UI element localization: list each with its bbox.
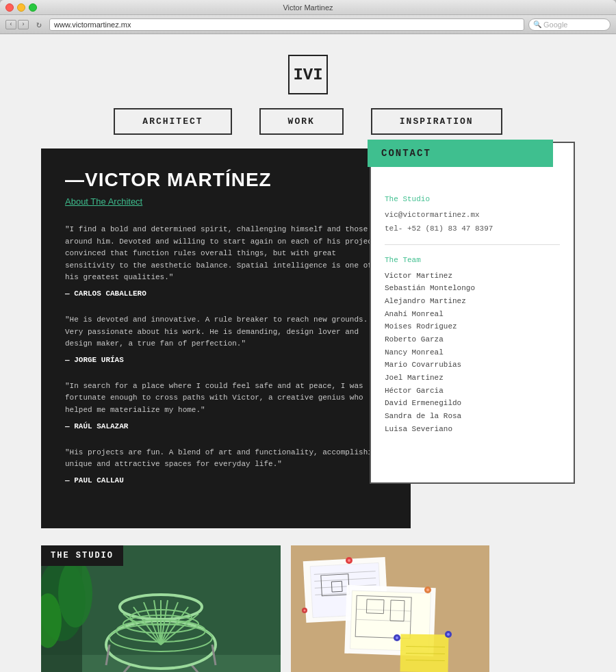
logo-area: IVI (288, 34, 328, 108)
browser-toolbar: ‹ › ↻ www.victormartinez.mx 🔍 Google (0, 15, 616, 34)
svg-point-53 (396, 636, 398, 639)
team-member-5: Roberto Garza (385, 333, 560, 346)
main-content-area: —VICTOR MARTÍNEZ About The Architect "I … (41, 148, 575, 672)
search-bar[interactable]: 🔍 Google (528, 18, 611, 31)
team-member-3: Anahí Monreal (385, 308, 560, 321)
svg-point-57 (304, 609, 306, 611)
window-title: Victor Martinez (283, 3, 333, 12)
quote-3-text: "In search for a place where I could fee… (65, 380, 387, 417)
team-member-4: Moises Rodriguez (385, 320, 560, 333)
svg-point-55 (447, 633, 450, 636)
svg-point-49 (348, 559, 350, 562)
main-navigation: ARCHITECT WORK INSPIRATION (41, 108, 575, 135)
contact-body: The Studio vic@victormartinez.mx tel- +5… (371, 143, 574, 450)
nav-arrows: ‹ › (5, 20, 29, 29)
minimize-button[interactable] (17, 3, 25, 12)
divider (385, 244, 560, 245)
nav-architect[interactable]: ARCHITECT (114, 108, 231, 135)
studio-image-1: THE STUDIO (41, 545, 281, 672)
contact-email[interactable]: vic@victormartinez.mx (385, 209, 560, 222)
quote-2-text: "He is devoted and innovative. A rule br… (65, 314, 387, 350)
about-link[interactable]: About The Architect (65, 196, 387, 207)
logo[interactable]: IVI (288, 55, 328, 94)
team-label: The Team (385, 256, 560, 264)
team-member-0: Victor Martinez (385, 270, 560, 283)
team-member-10: David Ermenegildo (385, 397, 560, 410)
quote-3: "In search for a place where I could fee… (65, 380, 387, 432)
team-member-11: Sandra de la Rosa (385, 410, 560, 423)
quote-3-attr: — RAÚL SALAZAR (65, 422, 128, 430)
team-member-6: Nancy Monreal (385, 346, 560, 359)
titlebar: Victor Martinez (0, 0, 616, 15)
browser-window: Victor Martinez ‹ › ↻ www.victormartinez… (0, 0, 616, 672)
quote-4-text: "His projects are fun. A blend of art an… (65, 447, 387, 471)
contact-phone: tel- +52 (81) 83 47 8397 (385, 222, 560, 236)
quote-4-attr: — PAUL CALLAU (65, 476, 124, 484)
studio-image-2 (291, 545, 489, 672)
traffic-lights (5, 3, 37, 12)
close-button[interactable] (5, 3, 14, 12)
forward-button[interactable]: › (18, 20, 29, 29)
maximize-button[interactable] (29, 3, 37, 12)
back-button[interactable]: ‹ (5, 20, 16, 29)
studio-label: The Studio (385, 195, 560, 203)
studio-section-label: THE STUDIO (41, 545, 123, 566)
bio-section: —VICTOR MARTÍNEZ About The Architect "I … (41, 148, 411, 528)
team-member-1: Sebastián Montelongo (385, 282, 560, 295)
quote-1-text: "I find a bold and determined spirit, ch… (65, 224, 387, 284)
team-list: Victor Martinez Sebastián Montelongo Ale… (385, 270, 560, 436)
blueprint-svg (291, 545, 489, 672)
svg-point-5 (58, 559, 92, 628)
quote-1: "I find a bold and determined spirit, ch… (65, 224, 387, 299)
nav-work[interactable]: WORK (259, 108, 344, 135)
nav-inspiration[interactable]: INSPIRATION (371, 108, 502, 135)
quote-2: "He is devoted and innovative. A rule br… (65, 314, 387, 365)
refresh-button[interactable]: ↻ (33, 18, 45, 31)
team-member-9: Héctor Garcia (385, 385, 560, 398)
team-member-7: Mario Covarrubias (385, 359, 560, 372)
architect-name: —VICTOR MARTÍNEZ (65, 169, 387, 191)
team-member-8: Joel Martinez (385, 372, 560, 385)
contact-header: CONTACT (368, 140, 553, 167)
contact-card: CONTACT The Studio vic@victormartinez.mx… (370, 142, 575, 484)
quote-1-attr: — CARLOS CABALLERO (65, 289, 146, 298)
address-bar[interactable]: www.victormartinez.mx (49, 18, 524, 31)
svg-point-51 (426, 589, 429, 591)
team-member-12: Luisa Severiano (385, 423, 560, 436)
page-content: IVI ARCHITECT WORK INSPIRATION —VICTOR M… (0, 34, 616, 672)
contact-title: CONTACT (381, 148, 431, 159)
quote-2-attr: — JORGE URÍAS (65, 356, 124, 364)
quote-4: "His projects are fun. A blend of art an… (65, 447, 387, 486)
studio-section: THE STUDIO (41, 545, 575, 672)
team-member-2: Alejandro Martinez (385, 295, 560, 308)
